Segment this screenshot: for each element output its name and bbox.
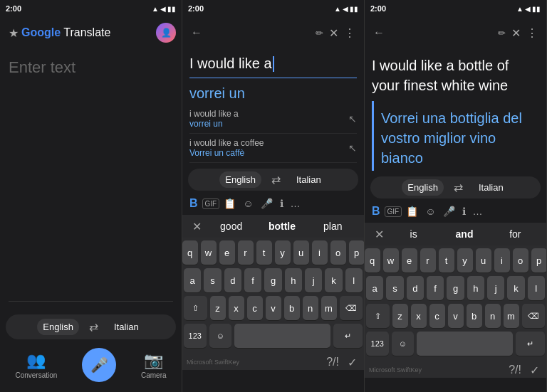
key-h-2[interactable]: h [285,268,302,292]
clipboard-icon-2[interactable]: 📋 [221,196,239,211]
key-enter-2[interactable]: ↵ [333,324,363,348]
key-k-3[interactable]: k [507,276,524,300]
close-icon-2[interactable]: ✕ [326,23,341,43]
key-c-3[interactable]: c [429,304,445,328]
key-k-2[interactable]: k [325,268,342,292]
key-x-2[interactable]: x [229,296,244,320]
more-icons-2[interactable]: … [288,196,303,211]
bing-icon-3[interactable]: B [369,203,383,220]
key-h-3[interactable]: h [467,276,484,300]
key-c-2[interactable]: c [247,296,263,320]
more-icons-3[interactable]: … [470,203,486,219]
edit-icon-2[interactable]: ✏ [313,25,326,41]
word-item-3-1[interactable]: is [388,226,439,243]
key-d-3[interactable]: d [407,276,424,300]
key-f-2[interactable]: f [244,268,261,292]
more-icon-2[interactable]: ⋮ [341,23,358,43]
key-shift-3[interactable]: ⇧ [366,304,390,328]
key-a-3[interactable]: a [366,276,383,300]
key-i-2[interactable]: i [312,240,328,265]
key-d-2[interactable]: d [224,268,241,292]
key-f-3[interactable]: f [427,276,444,300]
key-z-3[interactable]: z [392,304,408,328]
key-o-2[interactable]: o [330,240,346,265]
key-p-3[interactable]: p [531,248,547,272]
target-lang-btn-2[interactable]: Italian [291,171,327,188]
conversation-btn[interactable]: 👥 Conversation [15,351,57,379]
suggestion-item-2[interactable]: i would like a coffee Vorrei un caffè ↖ [189,134,357,163]
key-e-3[interactable]: e [402,248,417,272]
key-x-3[interactable]: x [411,304,427,328]
source-lang-btn-1[interactable]: English [37,319,79,335]
info-icon-3[interactable]: ℹ [459,203,469,219]
word-item-2-3[interactable]: plan [308,218,358,235]
key-t-3[interactable]: t [439,248,454,272]
word-cancel-2[interactable]: ✕ [188,218,206,235]
target-lang-btn-1[interactable]: Italian [108,319,145,335]
gif-btn-3[interactable]: GIF [385,206,402,217]
key-v-2[interactable]: v [266,296,281,320]
word-item-2-2[interactable]: bottle [256,218,307,235]
key-w-3[interactable]: w [383,248,399,272]
swap-btn-2[interactable]: ⇄ [267,171,285,188]
key-z-2[interactable]: z [210,296,226,320]
key-i-3[interactable]: i [494,248,510,272]
star-icon[interactable]: ★ [6,23,21,43]
suggestion-item-1[interactable]: i would like a vorrei un ↖ [189,105,357,134]
emoji-icon-3[interactable]: ☺ [422,203,438,219]
key-r-2[interactable]: r [238,240,254,265]
check-btn-3[interactable]: ✓ [527,364,542,377]
key-123-2[interactable]: 123 [184,324,207,348]
key-j-3[interactable]: j [487,276,504,300]
key-m-2[interactable]: m [321,296,337,320]
source-lang-btn-3[interactable]: English [402,179,444,196]
key-l-3[interactable]: l [528,276,545,300]
key-space-3[interactable] [417,332,513,356]
punctuation-btn-3[interactable]: ?/! [506,364,524,377]
check-btn-2[interactable]: ✓ [345,356,360,369]
key-y-3[interactable]: y [457,248,473,272]
key-u-2[interactable]: u [293,240,309,265]
key-p-2[interactable]: p [349,240,365,265]
gif-btn-2[interactable]: GIF [202,198,220,209]
key-a-2[interactable]: a [184,268,201,292]
voice-icon-2[interactable]: 🎤 [258,196,276,211]
camera-btn[interactable]: 📷 Camera [141,351,167,379]
key-emoji-2[interactable]: ☺ [209,324,232,348]
key-o-3[interactable]: o [513,248,528,272]
close-icon-3[interactable]: ✕ [509,23,523,43]
swap-btn-1[interactable]: ⇄ [85,319,103,335]
key-shift-2[interactable]: ⇧ [184,296,207,320]
key-g-2[interactable]: g [264,268,281,292]
word-item-2-1[interactable]: good [206,218,256,235]
key-y-2[interactable]: y [275,240,291,265]
swap-btn-3[interactable]: ⇄ [449,179,467,196]
more-icon-3[interactable]: ⋮ [523,23,541,43]
key-backspace-2[interactable]: ⌫ [340,296,363,320]
key-w-2[interactable]: w [201,240,217,265]
key-l-2[interactable]: l [345,268,363,292]
word-cancel-3[interactable]: ✕ [370,226,388,243]
key-b-3[interactable]: b [467,304,482,328]
key-u-3[interactable]: u [476,248,491,272]
key-v-3[interactable]: v [448,304,464,328]
target-lang-btn-3[interactable]: Italian [473,179,509,196]
key-q-3[interactable]: q [365,248,380,272]
key-space-2[interactable] [234,324,330,348]
mic-btn[interactable]: 🎤 [82,348,116,382]
enter-text-placeholder[interactable]: Enter text [9,55,173,80]
key-g-3[interactable]: g [447,276,464,300]
key-emoji-3[interactable]: ☺ [392,332,415,356]
key-t-2[interactable]: t [256,240,272,265]
source-lang-btn-2[interactable]: English [219,171,261,188]
key-123-3[interactable]: 123 [366,332,389,356]
emoji-icon-2[interactable]: ☺ [240,196,256,211]
key-n-2[interactable]: n [303,296,318,320]
key-enter-3[interactable]: ↵ [516,332,545,356]
back-btn-2[interactable]: ← [188,23,205,42]
bing-icon-2[interactable]: B [187,195,201,212]
key-n-3[interactable]: n [485,304,501,328]
key-q-2[interactable]: q [182,240,198,265]
clipboard-icon-3[interactable]: 📋 [403,203,421,219]
info-icon-2[interactable]: ℹ [277,196,286,211]
